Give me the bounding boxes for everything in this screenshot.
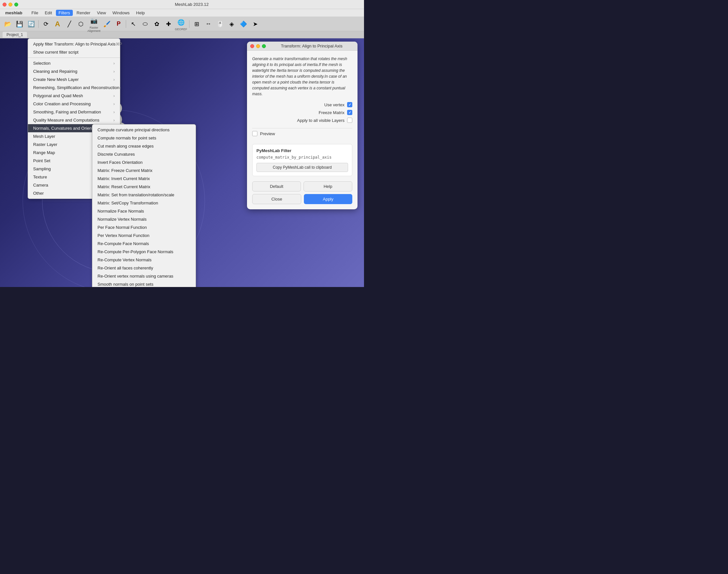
submenu-smooth-normals[interactable]: Smooth normals on point sets: [92, 280, 196, 287]
submenu-matrix-freeze[interactable]: Matrix: Freeze Current Matrix: [92, 166, 196, 174]
toolbar-3d-btn[interactable]: ◈: [226, 19, 237, 29]
preview-checkbox[interactable]: [252, 131, 257, 136]
dialog-options: Use vertex Freeze Matrix Apply to all vi…: [252, 102, 352, 123]
freeze-matrix-checkbox[interactable]: [347, 110, 352, 115]
menu-bar: meshlab File Edit Filters Render View Wi…: [0, 9, 364, 17]
toolbar-raster-btn[interactable]: 📷: [89, 15, 99, 26]
apply-filter-item[interactable]: Apply filter Transform: Align to Princip…: [28, 40, 120, 48]
dialog-max-light[interactable]: [262, 44, 266, 48]
dialog-body: Generate a matrix transformation that ro…: [247, 51, 357, 209]
toolbar-divider-3: [189, 20, 189, 28]
project-tab[interactable]: Project_1: [3, 32, 27, 38]
submenu-matrix-set-trans[interactable]: Matrix: Set from translation/rotation/sc…: [92, 191, 196, 199]
submenu-matrix-invert[interactable]: Matrix: Invert Current Matrix: [92, 174, 196, 183]
toolbar-save-btn[interactable]: 💾: [14, 19, 25, 29]
toolbar-pp-btn[interactable]: P: [114, 19, 124, 29]
toolbar-open-btn[interactable]: 📂: [3, 19, 13, 29]
filter-remeshing[interactable]: Remeshing, Simplification and Reconstruc…: [28, 84, 120, 92]
toolbar-poly-btn[interactable]: 🔷: [238, 19, 249, 29]
submenu-matrix-reset[interactable]: Matrix: Reset Current Matrix: [92, 183, 196, 191]
toolbar-letter-btn[interactable]: A: [52, 19, 63, 29]
menu-help[interactable]: Help: [134, 10, 147, 16]
submenu-recompute-face[interactable]: Re-Compute Face Normals: [92, 240, 196, 248]
submenu-recompute-vertex[interactable]: Re-Compute Vertex Normals: [92, 256, 196, 264]
apply-all-label: Apply to all visible Layers: [297, 118, 344, 123]
menu-filters[interactable]: Filters: [56, 10, 73, 16]
toolbar-paint-btn[interactable]: 🖌️: [102, 19, 112, 29]
toolbar-cube-btn[interactable]: ⬡: [76, 19, 86, 29]
filter-new-mesh[interactable]: Create New Mesh Layer›: [28, 75, 120, 84]
traffic-lights: [3, 3, 18, 6]
toolbar-cursor-btn[interactable]: 🖱️: [215, 19, 225, 29]
dialog-min-light[interactable]: [256, 44, 260, 48]
main-content: Apply filter Transform: Align to Princip…: [0, 38, 364, 287]
submenu-compute-normals-points[interactable]: Compute normals for point sets: [92, 134, 196, 142]
toolbar-move-btn[interactable]: ↔: [203, 19, 214, 29]
submenu-per-vertex-normal[interactable]: Per Vertex Normal Function: [92, 232, 196, 240]
filter-polygonal[interactable]: Polygonal and Quad Mesh›: [28, 92, 120, 100]
submenu-matrix-set-copy[interactable]: Matrix: Set/Copy Transformation: [92, 199, 196, 207]
submenu-reorient-cameras[interactable]: Re-Orient vertex normals using cameras: [92, 272, 196, 280]
toolbar-flower-btn[interactable]: ✿: [152, 19, 162, 29]
option-apply-all: Apply to all visible Layers: [252, 118, 352, 123]
submenu-cut-mesh[interactable]: Cut mesh along crease edges: [92, 142, 196, 150]
submenu-normalize-vertex[interactable]: Normalize Vertex Normals: [92, 215, 196, 223]
toolbar-georef-btn[interactable]: 🌐: [176, 17, 186, 28]
dialog-traffic-lights: [250, 44, 266, 48]
menu-separator-1: [28, 57, 120, 58]
close-button[interactable]: Close: [252, 194, 301, 204]
pymeshlab-title: PyMeshLab Filter: [256, 148, 348, 153]
copy-pymeshlab-btn[interactable]: Copy PyMeshLab call to clipboard: [256, 163, 348, 172]
menu-edit[interactable]: Edit: [42, 10, 55, 16]
submenu-recompute-polygon[interactable]: Re-Compute Per-Polygon Face Normals: [92, 248, 196, 256]
submenu-reorient-faces[interactable]: Re-Orient all faces coherently: [92, 264, 196, 272]
use-vertex-checkbox[interactable]: [347, 102, 352, 107]
dialog-title: Transform: Align to Principal Axis: [269, 44, 354, 48]
show-script-item[interactable]: Show current filter script: [28, 48, 120, 56]
submenu-invert-faces[interactable]: Invert Faces Orientation: [92, 158, 196, 166]
option-freeze-matrix: Freeze Matrix: [252, 110, 352, 115]
submenu-discrete-curvatures[interactable]: Discrete Curvatures: [92, 150, 196, 158]
filter-cleaning[interactable]: Cleaning and Repairing›: [28, 67, 120, 75]
filter-quality[interactable]: Quality Measure and Computations›: [28, 116, 120, 124]
close-traffic-light[interactable]: [3, 3, 6, 6]
default-button[interactable]: Default: [252, 181, 301, 192]
toolbar-lasso-btn[interactable]: ⬭: [140, 19, 150, 29]
maximize-traffic-light[interactable]: [14, 3, 18, 6]
toolbar-grid-btn[interactable]: ⊞: [191, 19, 202, 29]
toolbar-divider-2: [126, 20, 126, 28]
toolbar-rotate-btn[interactable]: ⟳: [41, 19, 51, 29]
toolbar-arrow-btn[interactable]: ➤: [250, 19, 260, 29]
toolbar-select-btn[interactable]: ↖: [128, 19, 138, 29]
filter-selection[interactable]: Selection›: [28, 59, 120, 67]
apply-button[interactable]: Apply: [304, 194, 352, 204]
toolbar: 📂 💾 🔄 ⟳ A ╱ ⬡ 📷 RasterAlignment 🖌️ P ↖ ⬭…: [0, 17, 364, 31]
dialog-close-light[interactable]: [250, 44, 254, 48]
menu-view[interactable]: View: [94, 10, 109, 16]
apply-all-checkbox[interactable]: [347, 118, 352, 123]
menu-render[interactable]: Render: [74, 10, 93, 16]
project-tab-bar: Project_1: [0, 31, 364, 38]
submenu-normalize-face[interactable]: Normalize Face Normals: [92, 207, 196, 215]
filter-color[interactable]: Color Creation and Processing›: [28, 100, 120, 108]
submenu-compute-curvature[interactable]: Compute curvature principal directions: [92, 126, 196, 134]
submenu-per-face-normal[interactable]: Per Face Normal Function: [92, 223, 196, 232]
menu-file[interactable]: File: [29, 10, 41, 16]
dialog-description: Generate a matrix transformation that ro…: [252, 56, 352, 97]
window-title: MeshLab 2023.12: [22, 2, 361, 7]
title-bar: MeshLab 2023.12: [0, 0, 364, 9]
toolbar-georef-label: 🌐 GEOREF: [175, 17, 187, 31]
toolbar-reload-btn[interactable]: 🔄: [26, 19, 36, 29]
menu-windows[interactable]: Windows: [110, 10, 132, 16]
toolbar-georef-text: GEOREF: [175, 28, 187, 31]
option-use-vertex: Use vertex: [252, 102, 352, 107]
filter-smoothing[interactable]: Smoothing, Fairing and Deformation›: [28, 108, 120, 116]
toolbar-raster-text: RasterAlignment: [87, 26, 100, 33]
dialog-title-bar: Transform: Align to Principal Axis: [247, 42, 357, 51]
toolbar-cross-btn[interactable]: ✚: [163, 19, 174, 29]
toolbar-line-btn[interactable]: ╱: [64, 19, 75, 29]
pymeshlab-code: compute_matrix_by_principal_axis: [256, 155, 348, 160]
minimize-traffic-light[interactable]: [8, 3, 12, 6]
freeze-matrix-label: Freeze Matrix: [319, 110, 344, 115]
help-button[interactable]: Help: [304, 181, 352, 192]
